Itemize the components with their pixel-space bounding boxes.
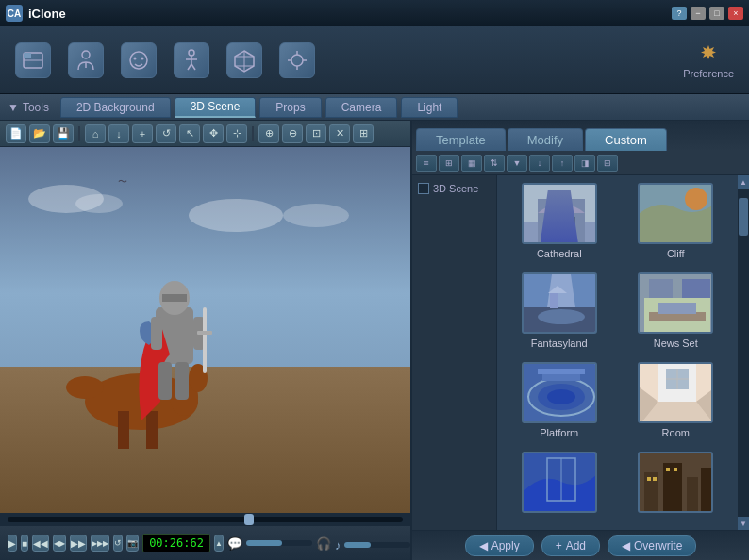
stop-button[interactable]: ■ xyxy=(21,535,28,552)
list-item[interactable] xyxy=(622,452,731,522)
scroll-track[interactable] xyxy=(738,189,749,517)
scroll-down-button[interactable]: ▼ xyxy=(738,517,749,530)
tree-item-label: 3D Scene xyxy=(433,183,478,194)
list-item[interactable]: News Set xyxy=(622,272,731,354)
home-icon[interactable]: ⌂ xyxy=(85,124,106,143)
tab-2d-background[interactable]: 2D Background xyxy=(60,97,171,118)
scene-label-fantasyland: Fantasyland xyxy=(531,338,588,349)
help-button[interactable]: ? xyxy=(672,7,687,20)
view-list-icon[interactable]: ≡ xyxy=(416,155,437,172)
tab-modify[interactable]: Modify xyxy=(508,128,583,151)
next-frame-button[interactable]: ▶▶ xyxy=(70,535,87,552)
motion-icon-button[interactable] xyxy=(174,42,209,78)
volume-row: 💬 🎧 xyxy=(227,536,331,551)
volume-area: 💬 🎧 ♪ 🎵 xyxy=(227,535,430,552)
speech-slider[interactable] xyxy=(246,540,312,546)
maximize-button[interactable]: □ xyxy=(709,7,724,20)
timecode-display: 00:26:62 xyxy=(142,534,210,552)
sort-icon[interactable]: ⇅ xyxy=(484,155,505,172)
tab-light[interactable]: Light xyxy=(401,97,458,118)
scroll-up-button[interactable]: ▲ xyxy=(738,175,749,189)
svg-point-7 xyxy=(141,57,144,59)
tab-props[interactable]: Props xyxy=(259,97,321,118)
list-item[interactable]: Room xyxy=(622,362,731,444)
actor-icon xyxy=(68,42,104,78)
svg-point-3 xyxy=(82,51,90,58)
list-item[interactable]: Platform xyxy=(505,362,614,444)
scene-thumb-cliff xyxy=(638,183,713,244)
fast-forward-button[interactable]: ▶▶▶ xyxy=(91,535,109,552)
svg-rect-27 xyxy=(175,362,189,400)
view-grid-sm-icon[interactable]: ⊞ xyxy=(439,155,459,172)
fit-icon[interactable]: ⊡ xyxy=(306,124,326,143)
scene-label-newsset: News Set xyxy=(654,338,698,349)
toolbar-separator-2 xyxy=(252,126,254,141)
viewport: 〜 xyxy=(0,147,410,513)
svg-rect-72 xyxy=(666,468,670,471)
preference-button[interactable]: Preference xyxy=(683,41,734,79)
face-icon-button[interactable] xyxy=(121,42,157,78)
timeline-handle[interactable] xyxy=(244,514,254,525)
effect-icon-button[interactable] xyxy=(279,42,315,78)
rewind-button[interactable]: ◀▶ xyxy=(53,535,66,552)
right-subtoolbar: ≡ ⊞ ▦ ⇅ ▼ ↓ ↑ ◨ ⊟ xyxy=(412,151,749,175)
scene-label-cathedral: Cathedral xyxy=(537,248,582,259)
top-toolbar: Preference xyxy=(0,26,749,94)
overwrite-button[interactable]: ◀ Overwrite xyxy=(608,535,696,556)
zoom-in-icon[interactable]: ⊕ xyxy=(258,124,279,143)
right-tb-extra1[interactable]: ◨ xyxy=(574,155,595,172)
list-item[interactable]: Cliff xyxy=(622,183,731,265)
transform-icon[interactable]: ✥ xyxy=(203,124,224,143)
save-icon[interactable]: 💾 xyxy=(53,124,74,143)
list-item[interactable] xyxy=(505,452,614,522)
minimize-button[interactable]: − xyxy=(691,7,706,20)
select-icon[interactable]: ↖ xyxy=(179,124,200,143)
import-icon[interactable]: ↓ xyxy=(108,124,129,143)
tab-3d-scene[interactable]: 3D Scene xyxy=(175,97,257,118)
add-scene-icon[interactable]: + xyxy=(132,124,153,143)
new-icon[interactable]: 📄 xyxy=(6,124,26,143)
extra-icon[interactable]: ⊞ xyxy=(353,124,374,143)
delete-icon[interactable]: ✕ xyxy=(329,124,350,143)
tree-item-3dscene[interactable]: 3D Scene xyxy=(416,181,492,196)
list-item[interactable]: Fantasyland xyxy=(505,272,614,354)
timeline-bar[interactable] xyxy=(0,513,410,526)
export-icon[interactable]: ↑ xyxy=(552,155,573,172)
top-icons-group xyxy=(15,42,315,78)
svg-rect-20 xyxy=(74,378,83,395)
timeline-track[interactable] xyxy=(8,517,403,522)
svg-rect-1 xyxy=(24,53,31,58)
timecode-up-button[interactable]: ▲ xyxy=(214,535,224,552)
tree-checkbox[interactable] xyxy=(418,183,429,194)
rotate-icon[interactable]: ↺ xyxy=(156,124,176,143)
tab-template[interactable]: Template xyxy=(416,128,506,151)
loop-button[interactable]: ↺ xyxy=(113,535,123,552)
content-icon xyxy=(15,42,51,78)
zoom-out-icon[interactable]: ⊖ xyxy=(282,124,303,143)
content-icon-button[interactable] xyxy=(15,42,51,78)
scene3d-icon-button[interactable] xyxy=(226,42,262,78)
scene-thumb-platform xyxy=(522,362,597,423)
tab-camera[interactable]: Camera xyxy=(325,97,398,118)
close-button[interactable]: × xyxy=(728,7,743,20)
add-button[interactable]: + Add xyxy=(541,535,600,556)
apply-button[interactable]: ◀ Apply xyxy=(465,535,534,556)
view-grid-lg-icon[interactable]: ▦ xyxy=(461,155,482,172)
prev-button[interactable]: ◀◀ xyxy=(32,535,49,552)
tools-label-area: ▼ Tools xyxy=(8,101,49,114)
tab-custom[interactable]: Custom xyxy=(585,128,667,151)
playback-area: ▶ ■ ◀◀ ◀▶ ▶▶ ▶▶▶ ↺ 📷 00:26:62 ▲ 💬 🎧 ♪ xyxy=(0,526,410,560)
list-item[interactable]: Cathedral xyxy=(505,183,614,265)
actor-icon-button[interactable] xyxy=(68,42,104,78)
filter-icon[interactable]: ▼ xyxy=(507,155,527,172)
svg-rect-52 xyxy=(542,373,580,381)
play-button[interactable]: ▶ xyxy=(8,535,17,552)
pointer2-icon[interactable]: ⊹ xyxy=(226,124,247,143)
import2-icon[interactable]: ↓ xyxy=(529,155,550,172)
app-title: iClone xyxy=(28,7,66,21)
open-icon[interactable]: 📂 xyxy=(29,124,50,143)
music-slider[interactable] xyxy=(344,542,410,548)
camera-record-button[interactable]: 📷 xyxy=(126,535,139,552)
right-tb-extra2[interactable]: ⊟ xyxy=(597,155,618,172)
scroll-thumb[interactable] xyxy=(739,198,748,236)
